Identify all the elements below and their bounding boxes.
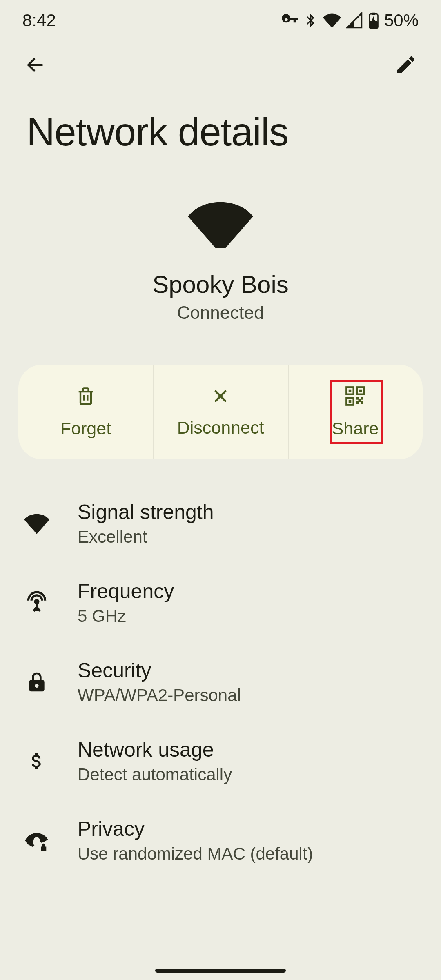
cell-signal-icon (346, 12, 363, 29)
detail-value: Detect automatically (78, 765, 419, 784)
wifi-icon (188, 199, 253, 250)
details-list: Signal strength Excellent Frequency 5 GH… (0, 459, 441, 880)
share-button[interactable]: Share (288, 365, 423, 459)
page-title: Network details (0, 90, 441, 179)
detail-frequency[interactable]: Frequency 5 GHz (0, 563, 441, 642)
detail-value: WPA/WPA2-Personal (78, 686, 419, 705)
svg-rect-8 (349, 400, 352, 403)
detail-value: 5 GHz (78, 606, 419, 626)
network-status: Connected (177, 303, 264, 323)
detail-value: Excellent (78, 527, 419, 547)
dollar-icon (22, 747, 51, 775)
toolbar (0, 41, 441, 90)
svg-rect-6 (359, 390, 362, 392)
gesture-nav-bar[interactable] (155, 969, 286, 973)
arrow-back-icon (24, 53, 47, 78)
detail-signal-strength[interactable]: Signal strength Excellent (0, 484, 441, 563)
back-button[interactable] (20, 51, 50, 80)
disconnect-label: Disconnect (177, 418, 264, 438)
vpn-key-icon (281, 12, 298, 29)
battery-charging-icon (368, 12, 379, 29)
svg-rect-4 (349, 390, 352, 392)
forget-button[interactable]: Forget (18, 365, 153, 459)
detail-title: Network usage (78, 738, 419, 762)
status-time: 8:42 (22, 11, 56, 30)
detail-security[interactable]: Security WPA/WPA2-Personal (0, 642, 441, 722)
eye-lock-icon (22, 826, 51, 855)
qr-code-icon (345, 385, 366, 408)
detail-title: Signal strength (78, 500, 419, 524)
wifi-signal-icon (22, 509, 51, 538)
close-icon (211, 386, 230, 407)
trash-icon (75, 385, 96, 408)
network-header: Spooky Bois Connected (0, 179, 441, 339)
status-icons: 50% (281, 11, 419, 30)
detail-privacy[interactable]: Privacy Use randomized MAC (default) (0, 801, 441, 880)
lock-icon (22, 668, 51, 696)
action-row: Forget Disconnect Share (18, 365, 423, 459)
detail-title: Security (78, 659, 419, 682)
battery-percent: 50% (384, 11, 419, 30)
network-name: Spooky Bois (152, 270, 289, 298)
wifi-status-icon (323, 11, 341, 29)
status-bar: 8:42 50% (0, 0, 441, 41)
disconnect-button[interactable]: Disconnect (153, 365, 288, 459)
detail-title: Privacy (78, 817, 419, 841)
svg-rect-13 (359, 399, 361, 402)
svg-rect-1 (372, 13, 376, 15)
pencil-icon (394, 53, 417, 78)
forget-label: Forget (60, 419, 111, 439)
detail-value: Use randomized MAC (default) (78, 844, 419, 864)
share-label: Share (332, 419, 379, 439)
detail-network-usage[interactable]: Network usage Detect automatically (0, 722, 441, 801)
edit-button[interactable] (391, 51, 421, 80)
bluetooth-icon (303, 13, 318, 28)
detail-title: Frequency (78, 579, 419, 603)
frequency-icon (22, 588, 51, 617)
